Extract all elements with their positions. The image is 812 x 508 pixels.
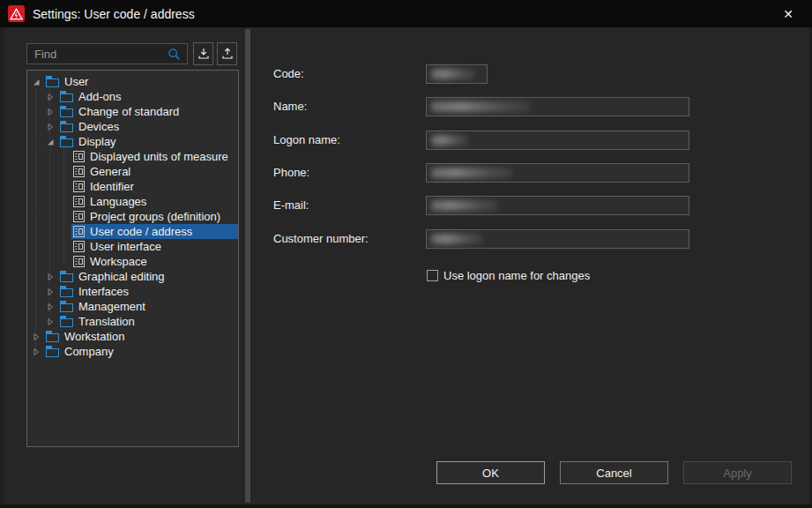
tree-item-general[interactable]: General xyxy=(27,164,238,179)
export-icon xyxy=(221,48,234,60)
redacted-value xyxy=(431,234,482,244)
folder-icon xyxy=(60,123,73,132)
titlebar: Settings: User code / address ✕ xyxy=(0,0,812,27)
tree-item-label: Workspace xyxy=(90,254,147,269)
tree-item-label: Workstation xyxy=(64,329,124,344)
redacted-value xyxy=(431,69,475,79)
tree-item-label: Display xyxy=(78,134,116,149)
logon-name-field[interactable] xyxy=(426,131,689,150)
logon-name-label: Logon name: xyxy=(273,131,340,150)
expand-arrow-icon[interactable] xyxy=(46,123,55,131)
folder-icon xyxy=(60,303,73,312)
redacted-value xyxy=(431,200,498,211)
settings-page-icon xyxy=(73,196,90,207)
tree-item-user-interface[interactable]: User interface xyxy=(27,239,238,254)
expand-arrow-icon[interactable] xyxy=(46,318,55,326)
tree-item-label: Translation xyxy=(78,314,135,329)
tree-item-translation[interactable]: Translation xyxy=(27,314,238,329)
collapse-arrow-icon[interactable] xyxy=(46,138,55,146)
folder-icon xyxy=(60,93,73,102)
code-field[interactable] xyxy=(426,64,488,84)
use-logon-name-label: Use logon name for changes xyxy=(443,269,590,282)
redacted-value xyxy=(431,101,530,112)
tree-item-languages[interactable]: Languages xyxy=(27,194,238,209)
phone-label: Phone: xyxy=(273,163,309,183)
tree-item-workspace[interactable]: Workspace xyxy=(27,254,238,269)
name-field[interactable] xyxy=(426,97,689,116)
tree-item-label: Add-ons xyxy=(78,89,121,104)
ok-button[interactable]: OK xyxy=(436,461,545,484)
tree-item-graphical-editing[interactable]: Graphical editing xyxy=(27,269,238,284)
settings-tree: UserAdd-onsChange of standardDevicesDisp… xyxy=(26,70,239,447)
tree-item-project-groups-definition[interactable]: Project groups (definition) xyxy=(27,209,238,224)
tree-item-devices[interactable]: Devices xyxy=(27,119,238,134)
tree-item-label: Interfaces xyxy=(78,284,129,299)
window-edge xyxy=(0,27,4,508)
tree-item-interfaces[interactable]: Interfaces xyxy=(27,284,238,299)
settings-page-icon xyxy=(73,181,90,192)
name-label: Name: xyxy=(273,97,307,116)
tree-item-change-of-standard[interactable]: Change of standard xyxy=(27,104,238,119)
email-label: E-mail: xyxy=(273,196,309,215)
tree-item-label: Devices xyxy=(78,119,119,134)
import-button[interactable] xyxy=(193,42,213,65)
tree-item-label: Displayed units of measure xyxy=(90,149,228,164)
tree-item-label: User code / address xyxy=(90,224,192,239)
folder-icon xyxy=(60,138,73,147)
tree-item-label: Company xyxy=(64,344,114,359)
tree-item-add-ons[interactable]: Add-ons xyxy=(27,89,238,104)
tree-item-label: User xyxy=(64,74,88,89)
phone-field[interactable] xyxy=(426,163,689,183)
code-label: Code: xyxy=(273,64,304,84)
redacted-value xyxy=(431,168,512,178)
tree-item-label: Identifier xyxy=(90,179,134,194)
tree-item-identifier[interactable]: Identifier xyxy=(27,179,238,194)
customer-number-label: Customer number: xyxy=(273,229,369,249)
tree-item-user-code-address[interactable]: User code / address xyxy=(27,224,238,239)
tree-item-label: Change of standard xyxy=(78,104,179,119)
close-icon: ✕ xyxy=(783,7,793,21)
panel-splitter[interactable] xyxy=(245,29,250,503)
export-button[interactable] xyxy=(217,42,237,65)
window-edge xyxy=(0,504,812,508)
expand-arrow-icon[interactable] xyxy=(46,273,55,281)
redacted-value xyxy=(431,135,468,146)
expand-arrow-icon[interactable] xyxy=(46,108,55,116)
apply-button[interactable]: Apply xyxy=(683,461,792,484)
folder-icon xyxy=(60,273,73,282)
folder-icon xyxy=(46,78,59,87)
tree-item-company[interactable]: Company xyxy=(27,344,238,359)
tree-item-user[interactable]: User xyxy=(27,74,238,89)
tree-item-label: Graphical editing xyxy=(78,269,165,284)
expand-arrow-icon[interactable] xyxy=(32,347,41,356)
tree-item-management[interactable]: Management xyxy=(27,299,238,314)
tree-item-displayed-units-of-measure[interactable]: Displayed units of measure xyxy=(27,149,238,164)
settings-page-icon xyxy=(73,151,90,162)
folder-icon xyxy=(60,288,73,297)
folder-icon xyxy=(46,348,59,357)
search-input[interactable] xyxy=(26,43,188,64)
use-logon-name-checkbox[interactable] xyxy=(427,270,438,281)
tree-item-label: User interface xyxy=(90,239,161,254)
tree-item-display[interactable]: Display xyxy=(27,134,238,149)
close-button[interactable]: ✕ xyxy=(771,0,805,27)
tree-item-label: General xyxy=(90,164,130,179)
expand-arrow-icon[interactable] xyxy=(46,288,55,296)
import-icon xyxy=(197,48,210,60)
settings-page-icon xyxy=(73,211,90,222)
window-title: Settings: User code / address xyxy=(33,7,195,21)
folder-icon xyxy=(46,333,59,342)
settings-page-icon xyxy=(73,256,90,267)
cancel-button[interactable]: Cancel xyxy=(560,461,668,484)
expand-arrow-icon[interactable] xyxy=(32,332,41,341)
customer-number-field[interactable] xyxy=(426,229,689,249)
tree-item-workstation[interactable]: Workstation xyxy=(27,329,238,344)
email-field[interactable] xyxy=(426,196,689,215)
expand-arrow-icon[interactable] xyxy=(46,93,55,101)
folder-icon xyxy=(60,108,73,117)
app-logo-icon xyxy=(8,5,25,22)
expand-arrow-icon[interactable] xyxy=(46,303,55,311)
collapse-arrow-icon[interactable] xyxy=(32,78,41,86)
tree-item-label: Languages xyxy=(90,194,146,209)
tree-item-label: Management xyxy=(78,299,145,314)
